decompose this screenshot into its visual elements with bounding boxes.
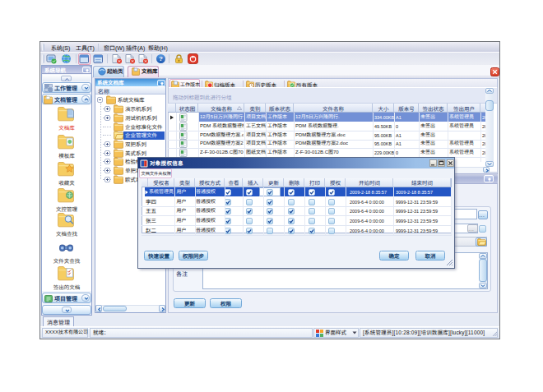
svg-text:?: ? (159, 55, 163, 62)
